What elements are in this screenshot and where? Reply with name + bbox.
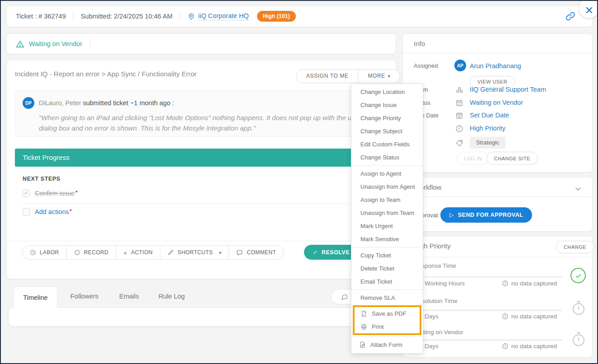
divider — [23, 203, 388, 204]
tab-timeline[interactable]: Timeline — [14, 286, 57, 308]
printer-icon — [360, 323, 367, 330]
menu-item-save-as-pdf[interactable]: Save as PDF — [355, 307, 420, 320]
menu-item-edit-custom-fields[interactable]: Edit Custom Fields — [351, 138, 423, 151]
menu-item-mark-urgent[interactable]: Mark Urgent — [351, 219, 423, 233]
sla-panel: High Priority CHANGE Response Time Worki… — [402, 236, 593, 358]
menu-divider — [351, 336, 423, 337]
caret-down-icon: ▾ — [219, 250, 221, 255]
calendar-check-icon — [455, 99, 463, 107]
info-icon — [502, 280, 509, 287]
divider — [403, 53, 592, 53]
ticket-status-link[interactable]: Waiting on Vendor — [470, 99, 523, 106]
menu-item-attach-form[interactable]: Attach Form — [351, 338, 423, 351]
divider — [73, 11, 74, 21]
assigned-team-link[interactable]: IIQ General Support Team — [470, 86, 546, 93]
warning-icon — [16, 40, 24, 48]
menu-item-change-status[interactable]: Change Status — [351, 151, 423, 164]
menu-item-change-issue[interactable]: Change Issue — [351, 98, 423, 112]
checkbox-checked[interactable]: ✓ — [23, 190, 30, 197]
team-icon — [455, 86, 464, 94]
menu-item-unassign-from-agent[interactable]: Unassign from Agent — [351, 180, 423, 193]
step-confirm-issue: ✓ Confirm issue● — [23, 189, 78, 197]
priority-badge: High (101) — [257, 11, 296, 22]
info-panel: Info Assigned AP Arun Pradhanang VIEW US… — [402, 33, 593, 173]
checkbox-unchecked[interactable] — [23, 208, 30, 215]
plus-icon: + — [123, 249, 127, 257]
divider — [180, 11, 180, 21]
menu-divider — [351, 247, 423, 247]
ticket-status-bar: Waiting on Vendor — [6, 33, 396, 54]
ticket-description-text: "When going to an iPad and clicking "Los… — [39, 113, 374, 133]
clock-icon — [455, 125, 463, 133]
menu-item-mark-sensitive[interactable]: Mark Sensitive — [351, 233, 423, 246]
more-dropdown-menu: Change Location Change Issue Change Prio… — [351, 84, 423, 354]
ticket-progress-header: Ticket Progress — [15, 149, 388, 167]
comment-button[interactable]: COMMENT — [229, 246, 283, 259]
location-link[interactable]: iiQ Corporate HQ — [187, 12, 249, 20]
copy-link-icon[interactable] — [565, 11, 576, 22]
location-label: iiQ Corporate HQ — [198, 12, 249, 20]
stopwatch-icon — [570, 331, 587, 347]
menu-item-copy-ticket[interactable]: Copy Ticket — [351, 249, 423, 262]
circle-icon — [74, 249, 80, 256]
divider — [90, 39, 91, 49]
close-button[interactable] — [579, 0, 598, 18]
assigned-label: Assigned — [414, 62, 438, 69]
log-in-button[interactable]: LOG IN — [457, 152, 489, 165]
menu-item-remove-sla[interactable]: Remove SLA — [351, 291, 423, 304]
sla-progress-bar — [414, 339, 563, 341]
info-panel-title: Info — [414, 40, 425, 47]
priority-link[interactable]: High Priority — [470, 125, 505, 132]
check-icon: ✓ — [313, 249, 318, 256]
menu-divider — [351, 289, 423, 290]
pencil-icon — [168, 249, 174, 256]
menu-item-assign-to-team[interactable]: Assign to Team — [351, 193, 423, 206]
assigned-user-link[interactable]: Arun Pradhanang — [470, 62, 521, 70]
send-for-approval-button[interactable]: ▷ SEND FOR APPROVAL — [440, 207, 532, 223]
assigned-avatar: AP — [454, 60, 466, 71]
callout-highlight-box: Save as PDF Print — [353, 305, 421, 335]
required-marker: ● — [70, 208, 72, 212]
record-button[interactable]: RECORD — [66, 246, 116, 259]
menu-item-email-ticket[interactable]: Email Ticket — [351, 275, 423, 288]
tag-chip[interactable]: Strategic — [470, 137, 505, 149]
labor-button[interactable]: LABOR — [23, 246, 66, 259]
ticket-detail-modal: { "colors": { "teal": "#2aab9b", "link_b… — [0, 0, 598, 364]
shortcuts-button[interactable]: SHORTCUTS▾ — [160, 246, 229, 259]
submitted-meta: submitted ticket ~1 month ago : — [83, 99, 174, 107]
change-site-button[interactable]: CHANGE SITE — [486, 152, 538, 165]
menu-item-unassign-from-team[interactable]: Unassign from Team — [351, 206, 423, 219]
menu-item-change-subject[interactable]: Change Subject — [351, 125, 423, 138]
menu-item-change-location[interactable]: Change Location — [351, 85, 423, 98]
ticket-header-bar: Ticket : # 362749 Submitted: 2/24/2025 1… — [6, 5, 593, 27]
action-button[interactable]: + ACTION — [116, 246, 160, 259]
play-icon: ▷ — [449, 212, 454, 218]
required-marker: ● — [75, 189, 78, 194]
submitter-name: DiLauro, Peter — [39, 99, 81, 107]
sla-row-note: no data captured — [502, 280, 557, 287]
attach-form-icon — [359, 341, 366, 348]
close-icon — [585, 6, 593, 14]
menu-item-print[interactable]: Print — [355, 320, 420, 333]
menu-item-delete-ticket[interactable]: Delete Ticket — [351, 262, 423, 275]
divider — [403, 257, 592, 257]
more-button[interactable]: MORE▾ — [358, 70, 400, 83]
menu-item-change-priority[interactable]: Change Priority — [351, 112, 423, 125]
tab-followers[interactable]: Followers — [70, 293, 98, 300]
divider — [403, 196, 592, 197]
menu-divider — [351, 165, 423, 166]
sla-success-icon — [570, 268, 586, 283]
assign-to-me-button[interactable]: ASSIGN TO ME — [297, 70, 358, 83]
info-icon — [502, 313, 509, 320]
chevron-down-icon[interactable] — [574, 185, 582, 193]
menu-item-assign-to-agent[interactable]: Assign to Agent — [351, 167, 423, 180]
submitter-avatar: DP — [23, 97, 34, 109]
set-due-date-link[interactable]: Set Due Date — [470, 112, 509, 119]
divider — [7, 241, 396, 241]
tab-rule-log[interactable]: Rule Log — [159, 293, 185, 300]
ticket-footer-actions: LABOR RECORD + ACTION SHORTCUTS▾ COMMENT — [22, 245, 284, 260]
sla-change-button[interactable]: CHANGE — [556, 241, 594, 253]
tab-emails[interactable]: Emails — [119, 293, 139, 300]
info-icon — [502, 343, 509, 350]
pdf-file-icon — [360, 310, 367, 317]
